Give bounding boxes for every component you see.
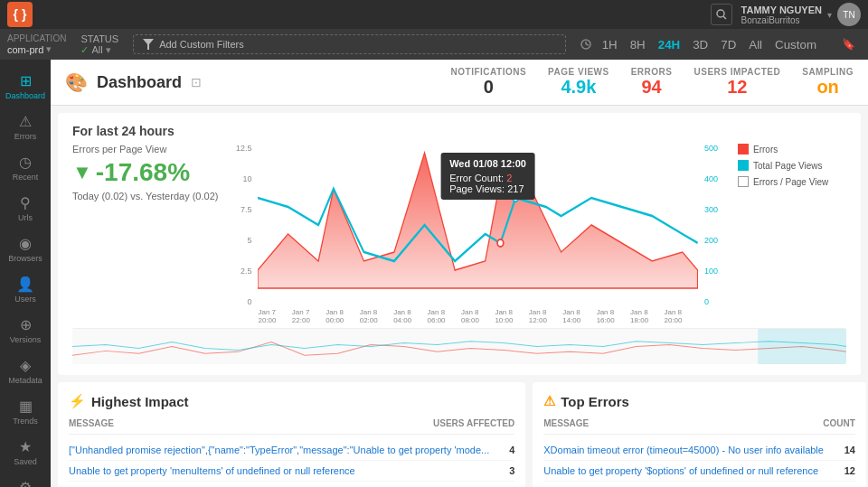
filter-btn-label: Add Custom Filters — [159, 39, 244, 50]
table-row: Unable to get property 'menuItems' of un… — [69, 461, 514, 482]
legend-epv-box — [738, 176, 749, 187]
notifications-value: 0 — [451, 77, 527, 98]
sidebar-item-urls[interactable]: ⚲ Urls — [0, 189, 51, 228]
sidebar-item-users[interactable]: 👤 Users — [0, 270, 51, 309]
second-bar: APPLICATION com-prd ▾ STATUS ✓ All ▾ Add… — [0, 29, 868, 60]
app-label: APPLICATION — [7, 33, 66, 43]
svg-rect-9 — [758, 329, 846, 364]
app-selector[interactable]: APPLICATION com-prd ▾ — [7, 33, 66, 55]
table-row: Unable to get property 'menuItems' of un… — [543, 482, 855, 487]
y-left-2.5: 2.5 — [232, 267, 251, 276]
filter-icon — [143, 39, 154, 50]
time-all[interactable]: All — [743, 36, 768, 53]
x-label-4: Jan 8 04:00 — [393, 308, 427, 324]
sidebar-label-urls: Urls — [18, 213, 33, 222]
add-filter-button[interactable]: Add Custom Filters — [133, 34, 565, 54]
table-row: ["Unhandled promise rejection",{"name":"… — [69, 440, 514, 461]
hi-row1-message[interactable]: ["Unhandled promise rejection",{"name":"… — [69, 445, 489, 455]
highest-impact-title: ⚡ Highest Impact — [69, 393, 514, 409]
sidebar-item-versions[interactable]: ⊕ Versions — [0, 311, 51, 350]
stat-notifications: NOTIFICATIONS 0 — [451, 67, 527, 98]
highest-impact-table-header: Message Users Affected — [69, 418, 514, 435]
y-left-7.5: 7.5 — [232, 205, 251, 214]
dashboard-header: 🎨 Dashboard ⊡ NOTIFICATIONS 0 PAGE VIEWS… — [51, 60, 868, 106]
y-axis-left: 12.5 10 7.5 5 2.5 0 — [232, 144, 254, 306]
chart-inner: Errors per Page View ▼ -17.68% Today (0.… — [72, 144, 846, 324]
dashboard-title-section: 🎨 Dashboard ⊡ — [65, 71, 202, 93]
user-info: TAMMY NGUYEN BonzaiBurritos ▾ TN — [741, 3, 861, 26]
sidebar-item-trends[interactable]: ▦ Trends — [0, 392, 51, 431]
sidebar-label-versions: Versions — [10, 335, 42, 344]
time-selector: 1H 8H 24H 3D 7D All Custom — [580, 36, 822, 53]
te-row2-count: 12 — [837, 465, 855, 476]
hi-col-message: Message — [69, 418, 114, 428]
status-value: All — [91, 44, 102, 55]
y-axis-right: 500 400 300 200 100 0 — [702, 144, 723, 306]
bookmark-button[interactable]: 🔖 — [836, 36, 861, 52]
status-selector[interactable]: STATUS ✓ All ▾ — [80, 33, 118, 56]
te-row1-message[interactable]: XDomain timeout error (timeout=45000) - … — [543, 445, 830, 455]
notifications-label: NOTIFICATIONS — [451, 67, 527, 77]
app-value: com-prd — [7, 44, 43, 55]
y-left-0: 0 — [232, 297, 251, 306]
y-right-400: 400 — [704, 174, 723, 183]
sidebar-item-dashboard[interactable]: ⊞ Dashboard — [0, 67, 51, 106]
x-label-1: Jan 7 22:00 — [292, 308, 326, 324]
y-right-300: 300 — [704, 205, 723, 214]
sidebar-item-errors[interactable]: ⚠ Errors — [0, 108, 51, 146]
te-row2-message[interactable]: Unable to get property '$options' of und… — [543, 465, 830, 476]
time-custom[interactable]: Custom — [769, 36, 822, 53]
sidebar-item-metadata[interactable]: ◈ Metadata — [0, 351, 51, 390]
time-1h[interactable]: 1H — [597, 36, 623, 53]
tooltip-error-label: Error Count: — [449, 173, 504, 183]
time-24h[interactable]: 24H — [653, 36, 685, 53]
sidebar-item-settings[interactable]: ⚙ Settings — [0, 473, 51, 487]
y-left-5: 5 — [232, 236, 251, 245]
time-8h[interactable]: 8H — [625, 36, 651, 53]
table-row: Unable to get property '$options' of und… — [543, 461, 855, 482]
status-check-icon: ✓ — [80, 44, 89, 56]
time-7d[interactable]: 7D — [715, 36, 741, 53]
users-impacted-value: 12 — [694, 77, 781, 98]
x-axis: Jan 7 20:00 Jan 7 22:00 Jan 8 00:00 Jan … — [258, 308, 698, 324]
sidebar-item-saved[interactable]: ★ Saved — [0, 433, 51, 472]
trends-icon: ▦ — [19, 398, 33, 415]
sampling-label: SAMPLING — [802, 67, 854, 77]
errors-value: 94 — [631, 77, 673, 98]
svg-point-8 — [498, 239, 505, 247]
tooltip-pv-label: Page Views: — [449, 183, 505, 194]
settings-icon: ⚙ — [19, 479, 32, 487]
x-label-3: Jan 8 02:00 — [360, 308, 393, 324]
chart-legend: Errors Total Page Views Errors / Page Vi… — [738, 144, 846, 324]
chart-container: For last 24 hours Errors per Page View ▼… — [58, 113, 861, 375]
users-icon: 👤 — [16, 276, 34, 293]
sidebar-label-trends: Trends — [13, 417, 38, 426]
x-label-8: Jan 8 12:00 — [529, 308, 562, 324]
hi-row2-message[interactable]: Unable to get property 'menuItems' of un… — [69, 465, 489, 476]
legend-errors: Errors — [738, 144, 846, 155]
tooltip-date: Wed 01/08 12:00 — [449, 158, 526, 169]
chart-period-label: For last 24 hours — [72, 124, 846, 138]
errors-label: ERRORS — [631, 67, 673, 77]
user-dropdown-arrow[interactable]: ▾ — [827, 10, 832, 20]
user-org: BonzaiBurritos — [741, 15, 822, 25]
search-button[interactable] — [711, 4, 732, 25]
te-col-message: Message — [543, 418, 589, 428]
search-icon — [716, 9, 727, 20]
stat-sampling: SAMPLING on — [802, 67, 854, 98]
sidebar-item-recent[interactable]: ◷ Recent — [0, 148, 51, 187]
expand-icon[interactable]: ⊡ — [191, 75, 202, 89]
x-label-0: Jan 7 20:00 — [258, 308, 291, 324]
chart-tooltip: Wed 01/08 12:00 Error Count: 2 Page View… — [440, 153, 535, 200]
svg-line-5 — [586, 44, 589, 45]
highest-impact-label: Highest Impact — [91, 394, 189, 409]
sidebar-item-browsers[interactable]: ◉ Browsers — [0, 229, 51, 268]
time-3d[interactable]: 3D — [687, 36, 713, 53]
x-label-5: Jan 8 06:00 — [428, 308, 461, 324]
urls-icon: ⚲ — [20, 194, 31, 211]
sidebar-label-dashboard: Dashboard — [5, 91, 45, 100]
status-label: STATUS — [80, 33, 118, 44]
stat-errors: ERRORS 94 — [631, 67, 673, 98]
top-errors-title: ⚠ Top Errors — [543, 393, 855, 409]
page-views-label: PAGE VIEWS — [548, 67, 609, 77]
